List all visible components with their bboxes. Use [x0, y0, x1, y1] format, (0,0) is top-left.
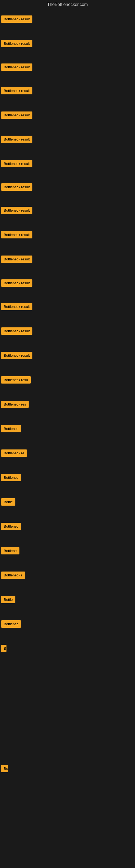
bottleneck-badge: Bottle [1, 498, 15, 506]
bottleneck-badge: Bottleneck re [1, 450, 27, 457]
bottleneck-badge: Bottlenec [1, 474, 21, 481]
bottleneck-badge: Bottleneck result [1, 231, 32, 239]
bottleneck-badge: Bottleneck result [1, 279, 32, 287]
bottleneck-item-21: Bottle [1, 498, 15, 507]
bottleneck-item-8: Bottleneck result [1, 183, 32, 192]
bottleneck-badge: Bottleneck result [1, 63, 32, 71]
bottleneck-item-18: Bottlenec [1, 425, 21, 433]
bottleneck-item-23: Bottlene [1, 547, 19, 556]
bottleneck-badge: Bottleneck result [1, 207, 32, 214]
bottleneck-item-1: Bottleneck result [1, 16, 32, 24]
bottleneck-item-6: Bottleneck result [1, 135, 32, 144]
bottleneck-item-16: Bottleneck resu [1, 376, 31, 384]
bottleneck-item-17: Bottleneck res [1, 401, 29, 409]
bottleneck-item-22: Bottlenec [1, 523, 21, 531]
bottleneck-badge: Bottleneck result [1, 255, 32, 263]
bottleneck-badge: Bottle [1, 596, 15, 603]
bottleneck-item-10: Bottleneck result [1, 231, 32, 240]
bottleneck-item-9: Bottleneck result [1, 207, 32, 215]
bottleneck-item-5: Bottleneck result [1, 112, 32, 120]
bottleneck-item-24: Bottleneck r [1, 571, 25, 580]
bottleneck-item-27: B [1, 645, 6, 653]
items-container [0, 9, 135, 11]
bottleneck-item-12: Bottleneck result [1, 279, 32, 288]
bottleneck-item-11: Bottleneck result [1, 255, 32, 264]
bottleneck-badge: Bottlenec [1, 620, 21, 628]
bottleneck-badge: Bottleneck result [1, 40, 32, 47]
site-title: TheBottlenecker.com [0, 0, 135, 9]
bottleneck-badge: Bottleneck result [1, 135, 32, 143]
bottleneck-badge: Bo [1, 765, 8, 772]
bottleneck-badge: Bottleneck result [1, 303, 32, 310]
bottleneck-badge: B [1, 645, 6, 652]
bottleneck-item-26: Bottlenec [1, 620, 21, 629]
bottleneck-item-13: Bottleneck result [1, 303, 32, 311]
bottleneck-badge: Bottleneck result [1, 16, 32, 23]
bottleneck-badge: Bottleneck result [1, 328, 32, 335]
bottleneck-item-3: Bottleneck result [1, 63, 32, 72]
bottleneck-badge: Bottlenec [1, 425, 21, 432]
bottleneck-item-4: Bottleneck result [1, 87, 32, 95]
bottleneck-item-19: Bottleneck re [1, 450, 27, 458]
bottleneck-item-2: Bottleneck result [1, 40, 32, 48]
bottleneck-item-25: Bottle [1, 596, 15, 604]
bottleneck-item-14: Bottleneck result [1, 328, 32, 336]
bottleneck-badge: Bottleneck resu [1, 376, 31, 383]
bottleneck-item-7: Bottleneck result [1, 160, 32, 168]
bottleneck-badge: Bottleneck res [1, 401, 29, 408]
bottleneck-badge: Bottleneck r [1, 571, 25, 579]
bottleneck-badge: Bottleneck result [1, 112, 32, 119]
bottleneck-badge: Bottleneck result [1, 183, 32, 191]
bottleneck-item-15: Bottleneck result [1, 352, 32, 360]
bottleneck-badge: Bottlenec [1, 523, 21, 530]
bottleneck-badge: Bottleneck result [1, 160, 32, 167]
bottleneck-item-28: Bo [1, 765, 8, 773]
bottleneck-badge: Bottleneck result [1, 87, 32, 94]
bottleneck-badge: Bottlene [1, 547, 19, 554]
bottleneck-badge: Bottleneck result [1, 352, 32, 359]
bottleneck-item-20: Bottlenec [1, 474, 21, 482]
